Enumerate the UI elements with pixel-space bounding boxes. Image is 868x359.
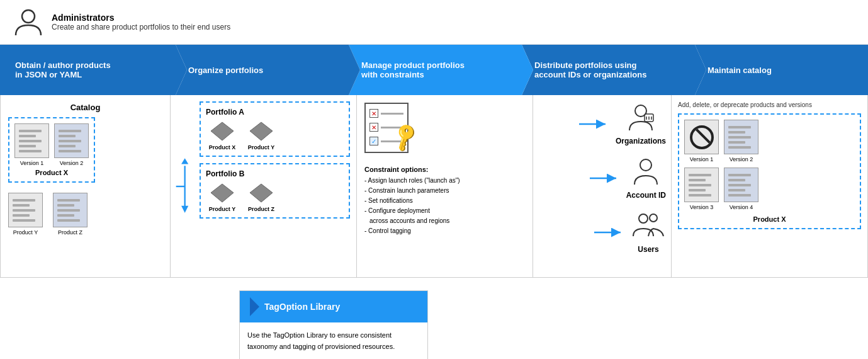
tagoption-box: TagOption Library Use the TagOption Libr… — [239, 290, 428, 359]
maintain-row-2: Version 3 Version 4 — [684, 168, 855, 210]
svg-point-19 — [639, 214, 648, 223]
arrow-to-org-icon — [579, 117, 611, 131]
product-x-name: Product X — [14, 169, 89, 176]
portfolio-section: Portfolio A Product X Product Y Portfo — [193, 95, 357, 277]
product-x-box: Version 1 Version 2 Product X — [8, 117, 95, 183]
banner-step-5: Maintain catalog — [695, 45, 868, 95]
version-1-item: Version 1 — [14, 123, 49, 166]
version-2-item: Version 2 — [54, 123, 89, 166]
banner-step-4: Distribute portfolios using account IDs … — [522, 45, 695, 95]
product-z-label: Product Z — [58, 229, 82, 236]
bottom-products: Product Y Product Z — [8, 193, 162, 236]
dist-account-row: Account ID — [538, 157, 666, 200]
svg-point-20 — [650, 214, 657, 222]
maintain-v4-label: Version 4 — [730, 204, 753, 210]
constraint-title: Constraint options: — [364, 166, 525, 173]
maintain-version-1: Version 1 — [684, 120, 719, 162]
header: Administrators Create and share product … — [0, 0, 868, 45]
portfolio-a-product-y: Product Y — [245, 120, 278, 151]
diamond-y-icon — [245, 120, 278, 142]
product-z-icon — [53, 193, 87, 227]
svg-marker-9 — [250, 184, 273, 202]
product-y-item: Product Y — [8, 193, 43, 236]
maintain-version-2: Version 2 — [724, 120, 758, 162]
maintain-v4-icon — [724, 168, 758, 202]
account-icon-group: Account ID — [626, 157, 666, 200]
svg-marker-7 — [250, 122, 273, 140]
arrow-to-users-icon — [594, 225, 626, 239]
portfolio-b-product-z: Product Z — [245, 182, 278, 212]
maintain-row-1: Version 1 Version 2 — [684, 120, 855, 162]
svg-point-0 — [22, 10, 35, 23]
portfolio-b-title: Portfolio B — [206, 169, 344, 178]
version-1-label: Version 1 — [20, 160, 44, 166]
maintain-desc: Add, delete, or deprecate products and v… — [678, 101, 861, 108]
maintain-version-3: Version 3 — [684, 168, 719, 210]
banner-step-1: Obtain / author products in JSON or YAML — [0, 45, 176, 95]
svg-point-17 — [640, 159, 651, 171]
portfolio-b-product-z-label: Product Z — [248, 206, 274, 212]
version-2-icon — [54, 123, 89, 158]
organizations-icon — [626, 103, 656, 134]
diamond-b-y-icon — [206, 182, 239, 204]
svg-marker-5 — [181, 205, 188, 212]
constraints-section: ✕ ✕ ✓ 🔑 Constraint options: — [357, 95, 533, 277]
administrator-icon — [13, 6, 44, 38]
users-icon — [631, 211, 666, 242]
product-y-icon — [8, 193, 43, 227]
split-arrow-icon — [173, 149, 191, 224]
banner-step-3: Manage product portfolios with constrain… — [349, 45, 522, 95]
maintain-version-4: Version 4 — [724, 168, 758, 210]
product-z-item: Product Z — [53, 193, 87, 236]
version-2-label: Version 2 — [60, 160, 84, 166]
portfolio-b-box: Portfolio B Product Y Product Z — [200, 163, 350, 219]
portfolio-a-box: Portfolio A Product X Product Y — [200, 101, 350, 157]
main-content: Catalog Version 1 — [0, 95, 868, 278]
users-label: Users — [638, 245, 658, 254]
catalog-section: Catalog Version 1 — [1, 95, 171, 277]
portfolio-b-products: Product Y Product Z — [206, 182, 344, 212]
portfolio-b-product-y: Product Y — [206, 182, 239, 212]
maintain-v3-icon — [684, 168, 719, 202]
constraint-options: - Assign launch roles ("launch as") - Co… — [364, 176, 525, 236]
tagoption-body: Use the TagOption Library to ensure cons… — [240, 322, 427, 359]
portfolio-a-product-y-label: Product Y — [248, 144, 274, 151]
product-y-label: Product Y — [13, 229, 38, 236]
portfolio-a-title: Portfolio A — [206, 108, 344, 117]
org-label: Organizations — [616, 137, 666, 145]
account-icon — [631, 157, 661, 188]
diamond-x-icon — [206, 120, 239, 142]
distribute-section: Organizations Account ID — [533, 95, 672, 277]
banner-step-2: Organize portfolios — [176, 45, 349, 95]
svg-marker-6 — [211, 122, 234, 140]
maintain-v2-icon — [724, 120, 758, 154]
header-subtitle: Create and share product portfolios to t… — [52, 23, 230, 31]
maintain-v3-label: Version 3 — [690, 204, 714, 210]
arrow-catalog-portfolio — [171, 95, 193, 277]
maintain-v2-label: Version 2 — [730, 156, 753, 162]
header-title: Administrators — [52, 13, 230, 23]
tagoption-header: TagOption Library — [240, 291, 427, 322]
constraint-visual: ✕ ✕ ✓ 🔑 — [364, 103, 525, 159]
portfolio-a-product-x: Product X — [206, 120, 239, 151]
maintain-v1-label: Version 1 — [690, 156, 714, 162]
portfolio-b-product-y-label: Product Y — [209, 206, 235, 212]
arrow-to-account-icon — [590, 171, 621, 185]
portfolio-a-product-x-label: Product X — [209, 144, 236, 151]
bottom-section: TagOption Library Use the TagOption Libr… — [0, 278, 868, 359]
org-icon-group: Organizations — [616, 103, 666, 145]
users-icon-group: Users — [631, 211, 666, 254]
svg-marker-4 — [181, 158, 188, 164]
catalog-title: Catalog — [8, 103, 162, 112]
version-1-icon — [14, 123, 49, 158]
svg-marker-8 — [211, 184, 234, 202]
maintain-product-name: Product X — [684, 215, 855, 223]
dist-org-row: Organizations — [538, 103, 666, 145]
diamond-b-z-icon — [245, 182, 278, 204]
tagoption-title: TagOption Library — [264, 302, 340, 312]
account-label: Account ID — [626, 191, 666, 200]
portfolio-a-products: Product X Product Y — [206, 120, 344, 151]
maintain-section: Add, delete, or deprecate products and v… — [672, 95, 867, 277]
tagoption-arrow-icon — [250, 297, 259, 316]
dist-users-row: Users — [538, 211, 666, 254]
